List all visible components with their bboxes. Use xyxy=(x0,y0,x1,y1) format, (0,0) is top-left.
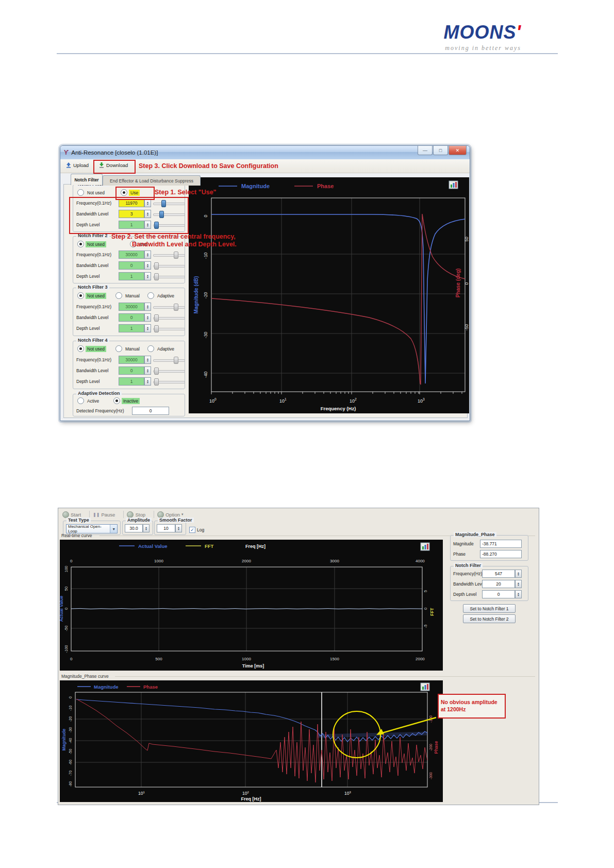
nf4-frequency-slider[interactable] xyxy=(153,357,185,363)
nf2-bandwidth-spinner[interactable]: ▲▼ xyxy=(144,261,151,270)
pause-icon: ❚❚ xyxy=(93,512,99,517)
realtime-plot: Actual Value FFT Freq [Hz] 0 1000 2000 3… xyxy=(60,540,443,671)
nf4-radio-notused[interactable]: Not used xyxy=(77,345,106,352)
nf4-frequency-value[interactable]: 30000 xyxy=(119,356,144,364)
nf3-depth-slider[interactable] xyxy=(153,325,185,331)
smooth-factor-value[interactable]: 10 xyxy=(157,524,175,532)
nf4-radio-manual[interactable]: Manual xyxy=(115,345,141,352)
adaptive-radio-inactive[interactable]: Inactive xyxy=(113,397,140,404)
stop-button[interactable]: Stop xyxy=(127,511,145,518)
amplitude-value[interactable]: 30.0 xyxy=(125,524,143,532)
nf3-frequency-value[interactable]: 30000 xyxy=(119,303,144,311)
nf3-depth-value[interactable]: 1 xyxy=(119,324,144,332)
frequency-value[interactable]: 547 xyxy=(482,570,515,578)
tab-end-effector[interactable]: End Effector & Load Disturbance Suppress xyxy=(103,175,201,186)
start-button[interactable]: Start xyxy=(62,511,81,518)
nf2-depth-value[interactable]: 1 xyxy=(119,272,144,280)
nf2-bandwidth-slider[interactable] xyxy=(153,262,185,269)
smooth-factor-spinner[interactable]: ▲▼ xyxy=(175,524,182,532)
nf3-bandwidth-slider[interactable] xyxy=(153,314,185,321)
maximize-button[interactable]: □ xyxy=(433,146,448,155)
phase-readout: -88.270 xyxy=(480,550,522,558)
radio-icon[interactable] xyxy=(115,345,122,352)
radio-icon[interactable] xyxy=(77,345,84,352)
option-button[interactable]: Option▾ xyxy=(157,511,184,518)
time-tick-3: 1500 xyxy=(330,657,339,661)
detected-frequency-row: Detected Frequency(Hz) 0 xyxy=(76,407,169,415)
radio-icon[interactable] xyxy=(77,397,84,404)
x-minor-ticks xyxy=(211,392,462,394)
legend-magnitude-label: Magnitude xyxy=(241,183,270,189)
radio-icon[interactable] xyxy=(147,345,154,352)
nf4-bandwidth-value[interactable]: 0 xyxy=(119,366,144,375)
nf2-frequency-value[interactable]: 30000 xyxy=(119,251,144,259)
radio-icon[interactable] xyxy=(77,189,84,196)
nf4-depth-value[interactable]: 1 xyxy=(119,377,144,386)
x-tick-1: 102 xyxy=(242,791,249,796)
nf2-depth-slider[interactable] xyxy=(153,273,185,279)
radio-icon[interactable] xyxy=(115,292,122,299)
x-tick-1: 101 xyxy=(279,397,287,404)
nf2-frequency-slider[interactable] xyxy=(153,252,185,258)
window-titlebar[interactable]: ϒ Anti-Resonance [closelo (1.01E)] — □ ✕ xyxy=(60,146,470,160)
group-title: Smooth Factor xyxy=(158,518,194,523)
group-title: Notch Filter xyxy=(454,563,483,568)
minimize-button[interactable]: — xyxy=(418,146,433,155)
depth-value[interactable]: 0 xyxy=(482,590,515,598)
bandwidth-spinner[interactable]: ▲▼ xyxy=(515,580,522,588)
radio-icon[interactable] xyxy=(113,397,120,404)
y-axis-label-left: Magnitude (dB) xyxy=(193,276,199,314)
amplitude-spinner[interactable]: ▲▼ xyxy=(143,524,150,532)
radio-icon[interactable] xyxy=(147,292,154,299)
depth-spinner[interactable]: ▲▼ xyxy=(515,590,522,598)
nf1-radio-notused[interactable]: Not used xyxy=(77,189,106,196)
nf2-frequency-spinner[interactable]: ▲▼ xyxy=(144,251,151,259)
bandwidth-value[interactable]: 20 xyxy=(482,580,515,588)
magnitude-label: Magnitude xyxy=(453,541,480,546)
nf4-frequency-spinner[interactable]: ▲▼ xyxy=(144,356,151,364)
nf3-bandwidth-value[interactable]: 0 xyxy=(119,313,144,322)
upload-button[interactable]: Upload xyxy=(65,162,89,168)
close-button[interactable]: ✕ xyxy=(449,146,467,155)
nf3-radio-notused[interactable]: Not used xyxy=(77,292,106,299)
nf3-bandwidth-spinner[interactable]: ▲▼ xyxy=(144,313,151,322)
time-tick-0: 0 xyxy=(70,657,73,661)
document-page: MOONS' moving in better ways ϒ Anti-Reso… xyxy=(0,0,614,868)
nf2-depth-spinner[interactable]: ▲▼ xyxy=(144,272,151,280)
left-axis-label: Magnitude xyxy=(61,728,67,750)
log-checkbox-row[interactable]: ✓ Log xyxy=(189,527,204,533)
nf3-frequency-slider[interactable] xyxy=(153,304,185,310)
tab-notch-filter[interactable]: Notch Filter xyxy=(71,174,103,185)
group-title: Notch Filter 4 xyxy=(76,338,109,343)
set-to-notch-filter-2-button[interactable]: Set to Notch Filter 2 xyxy=(463,614,516,623)
adaptive-radio-active[interactable]: Active xyxy=(77,397,101,404)
option-icon xyxy=(157,511,164,518)
chart-export-icon[interactable] xyxy=(449,181,458,189)
moons-logo: MOONS' moving in better ways xyxy=(443,22,521,52)
nf3-frequency-spinner[interactable]: ▲▼ xyxy=(144,303,151,311)
radio-icon[interactable] xyxy=(77,241,84,247)
nf4-depth-slider[interactable] xyxy=(153,378,185,385)
checkbox-icon[interactable]: ✓ xyxy=(189,527,195,533)
nf3-radio-manual[interactable]: Manual xyxy=(115,292,141,299)
nf3-depth-spinner[interactable]: ▲▼ xyxy=(144,324,151,332)
nf4-bandwidth-spinner[interactable]: ▲▼ xyxy=(144,366,151,375)
nf2-bandwidth-value[interactable]: 0 xyxy=(119,261,144,270)
pause-button[interactable]: ❚❚Pause xyxy=(93,512,115,518)
set-to-notch-filter-1-button[interactable]: Set to Notch Filter 1 xyxy=(463,604,516,613)
chart-export-icon[interactable] xyxy=(421,683,429,691)
time-tick-4: 2000 xyxy=(416,657,425,661)
nf3-radio-adaptive[interactable]: Adaptive xyxy=(147,292,176,299)
annotation-line2: at 1200Hz xyxy=(441,706,503,713)
nf4-radio-adaptive[interactable]: Adaptive xyxy=(147,345,176,352)
frequency-spinner[interactable]: ▲▼ xyxy=(515,570,522,578)
phase-tick-2: -300 xyxy=(429,772,433,779)
nf2-radio-notused[interactable]: Not used xyxy=(77,241,106,247)
radio-icon[interactable] xyxy=(77,292,84,299)
magnitude-phase-plot-svg: Magnitude Phase xyxy=(60,680,443,802)
nf4-bandwidth-slider[interactable] xyxy=(153,368,185,374)
notch-filter-panel: Notch Filter Frequency(Hz) 547 ▲▼ Bandwi… xyxy=(450,566,528,601)
chart-export-icon[interactable] xyxy=(421,543,429,550)
test-type-select[interactable]: Mechanical Open-Loop ▼ xyxy=(66,524,118,533)
nf4-depth-spinner[interactable]: ▲▼ xyxy=(144,377,151,386)
